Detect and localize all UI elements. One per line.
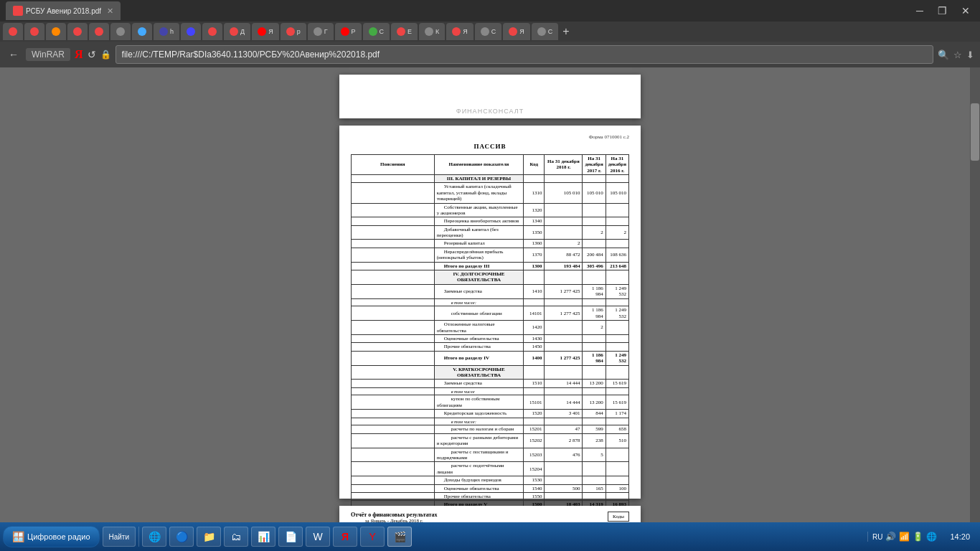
sub-label-1520: в том числе: [434,418,524,425]
search-icon: 🔍 [938,50,949,60]
tab-15[interactable]: Р [335,23,362,40]
tab-8[interactable]: h [154,23,179,40]
bookmark-icon[interactable]: ☆ [953,50,962,60]
v1-15202: 2 878 [545,433,583,448]
tab-22[interactable]: С [532,23,559,40]
v2-1510: 13 200 [583,380,606,387]
desc-1400: Итого по разделу IV [434,351,524,365]
code-1540: 1540 [524,484,545,492]
desc-1340: Переоценка внеоборотных активов [434,217,524,225]
restore-button[interactable]: ❐ [933,4,951,18]
tab-4[interactable] [67,23,88,40]
yandex-icon: Я [75,48,83,61]
v3-1410: 1 249 532 [606,284,628,298]
close-button[interactable]: ✕ [957,4,974,18]
tab-12[interactable]: Я [252,23,279,40]
new-tab-button[interactable]: + [560,25,572,38]
code-1410: 1410 [524,284,545,298]
tab-20[interactable]: С [475,23,502,40]
yandex2-icon: Y [367,531,378,542]
tab-3[interactable] [46,23,66,40]
scrollbar[interactable] [970,67,980,551]
tab-17[interactable]: Е [391,23,418,40]
tab-16[interactable]: С [363,23,390,40]
tab-18[interactable]: К [419,23,445,40]
active-tab[interactable]: РСБУ Авенир 2018.pdf ✕ [6,1,121,20]
section-5-header: V. КРАТКОСРОЧНЫЕ ОБЯЗАТЕЛЬСТВА [352,365,629,380]
row-15202: расчеты с разными дебиторами и кредитора… [352,433,629,448]
tab-5[interactable] [89,23,109,40]
code-1340: 1340 [524,217,545,225]
tab-21[interactable]: Я [503,23,530,40]
desc-1350: Добавочный капитал (без переоценки) [434,225,524,240]
start-button[interactable]: 🪟 Цифровое радио [3,526,100,547]
desc-1430: Оценочные обязательства [434,334,524,342]
start-label: Цифровое радио [27,532,90,541]
tab-13[interactable]: р [281,23,306,40]
pdf-page-top: ФИНАНСКОНСАЛТ [339,75,641,118]
v3-14101: 1 249 532 [606,306,628,321]
v2-1310: 105 010 [583,183,606,203]
lang-label: RU [872,533,882,541]
v1-1540: 500 [545,484,583,492]
desc-14101: собственные облигации [434,306,524,321]
tab-7[interactable] [132,23,152,40]
tab-1[interactable] [3,23,23,40]
tab-10[interactable] [202,23,222,40]
section-5-label: V. КРАТКОСРОЧНЫЕ ОБЯЗАТЕЛЬСТВА [434,365,524,380]
tab-9[interactable] [181,23,201,40]
v1-1410: 1 277 425 [545,284,583,298]
desc-15203: расчеты с поставщиками и подрядчиками [434,448,524,462]
back-button[interactable]: ← [6,47,22,62]
code-1520: 1520 [524,410,545,418]
taskbar-ie[interactable]: 🌐 [142,527,166,547]
header-name: Наименование показателя [434,154,524,174]
v3-1370: 108 636 [606,248,628,262]
taskbar-app2[interactable]: 📁 [197,527,221,547]
code-1320: 1320 [524,203,545,217]
scroll-thumb[interactable] [971,103,979,161]
header-2018: На 31 декабря2018 г. [545,154,583,174]
tab-11[interactable]: Д [224,23,250,40]
download-icon[interactable]: ⬇ [966,50,974,60]
taskbar-yandex2[interactable]: Y [360,527,385,547]
row-1520: Кредиторская задолженность 1520 3 401 84… [352,410,629,418]
volume-icon[interactable]: 🔊 [885,532,896,542]
tab-14[interactable]: Г [308,23,334,40]
find-button[interactable]: Найти [103,527,136,547]
taskbar-film[interactable]: 🎬 [387,527,412,547]
v3-15202: 510 [606,433,628,448]
find-label: Найти [109,533,130,541]
row-15201: расчеты по налогам и сборам 15201 47 599… [352,425,629,433]
v1-1400: 1 277 425 [545,351,583,365]
minimize-button[interactable]: ─ [912,4,928,18]
taskbar-app4[interactable]: 📊 [251,527,275,547]
taskbar-yandex[interactable]: Я [333,527,357,547]
tab-19[interactable]: Я [446,23,473,40]
desc-1310: Уставный капитал (складочный капитал, ус… [434,183,524,203]
v2-14101: 1 186 984 [583,306,606,321]
form-label: Форма 0710001 с.2 [351,134,629,140]
row-1370: Нераспределённая прибыль (непокрытый убы… [352,248,629,262]
tab-6[interactable] [110,23,131,40]
v3-1320 [606,203,628,217]
ie-icon: 🌐 [149,531,160,542]
taskbar-app1[interactable]: 🔵 [169,527,194,547]
header-2017: На 31 декабря2017 г. [583,154,606,174]
code-1310: 1310 [524,183,545,203]
row-1540: Оценочные обязательства 1540 500 165 100 [352,484,629,492]
taskbar-separator-1 [138,527,139,547]
taskbar-app3[interactable]: 🗂 [224,527,248,547]
sub-1410: в том числе: [352,298,629,306]
taskbar-app6[interactable]: W [306,527,330,547]
refresh-button[interactable]: ↺ [88,49,96,60]
address-input[interactable] [116,45,933,64]
v2-15201: 599 [583,425,606,433]
code-1400: 1400 [524,351,545,365]
v2-1300: 305 496 [583,262,606,270]
v3-1400: 1 249 532 [606,351,628,365]
row-1350: Добавочный капитал (без переоценки) 1350… [352,225,629,240]
taskbar-app5[interactable]: 📄 [278,527,303,547]
title-bar-left: РСБУ Авенир 2018.pdf ✕ [6,1,121,20]
tab-2[interactable] [24,23,44,40]
